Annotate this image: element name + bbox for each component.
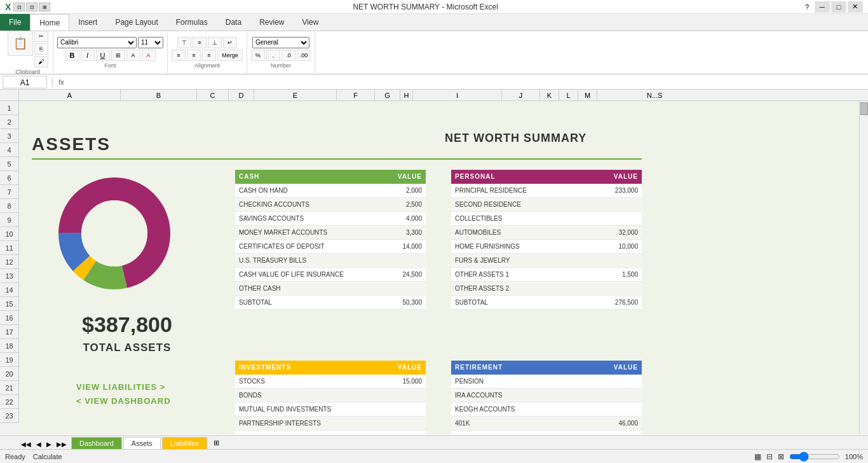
col-header-a: A [19,90,121,100]
vertical-scrollbar[interactable] [859,101,868,434]
cell-value: 276,500 [604,299,642,306]
copy-button[interactable]: ⎘ [34,43,48,55]
align-center-button[interactable]: ≡ [187,50,201,61]
cell-label: IRA ACCOUNTS [451,392,604,399]
table-row: CASH VALUE OF LIFE INSURANCE24,500 [235,268,426,282]
formula-input[interactable] [68,76,865,88]
investments-header-value: VALUE [388,361,426,375]
fill-color-button[interactable]: A [126,50,140,61]
cell-value: 233,000 [604,187,642,194]
table-row: CERTIFICATES OF DEPOSIT14,000 [235,240,426,254]
table-row: KEOGH ACCOUNTS [451,403,642,417]
total-amount: $387,800 [44,312,210,337]
tab-review[interactable]: Review [250,14,293,31]
align-right-button[interactable]: ≡ [202,50,216,61]
underline-button[interactable]: U [96,50,110,61]
table-row: MONEY MARKET ACCOUNTS3,300 [235,226,426,240]
name-box[interactable]: A1 [3,76,47,88]
col-header-k: K [540,90,559,100]
nav-left-button[interactable]: ◀◀ [19,439,33,449]
nav-right-button[interactable]: ▶▶ [55,439,69,449]
cut-button[interactable]: ✂ [34,31,48,42]
cell-value: 32,000 [604,229,642,236]
normal-view-button[interactable]: ▦ [754,452,761,461]
merge-button[interactable]: Merge [217,50,243,61]
cell-value: 46,000 [604,420,642,427]
tab-data[interactable]: Data [217,14,250,31]
view-liabilities-link[interactable]: VIEW LIABILITIES > [76,382,165,392]
donut-chart [51,170,178,297]
help-button[interactable]: ? [801,1,813,13]
cell-value: 50,300 [388,299,426,306]
cell-label: CASH VALUE OF LIFE INSURANCE [235,271,388,278]
page-break-view-button[interactable]: ⊠ [778,452,784,461]
zoom-level: 100% [845,453,863,460]
font-color-button[interactable]: A [142,50,156,61]
table-row: SECOND RESIDENCE [451,198,642,212]
bold-button[interactable]: B [65,50,79,61]
decrease-decimal-button[interactable]: .00 [297,50,311,61]
col-header-rest: N...S [597,90,712,100]
wrap-text-button[interactable]: ↵ [223,37,237,48]
cell-label: CHECKING ACCOUNTS [235,201,388,208]
cell-label: SUBTOTAL [451,299,604,306]
align-top-button[interactable]: ⊤ [177,37,191,48]
table-row: FURS & JEWELRY [451,254,642,268]
close-button[interactable]: ✕ [848,1,863,13]
page-layout-view-button[interactable]: ⊟ [766,452,773,461]
col-header-d: D [229,90,254,100]
view-dashboard-link[interactable]: < VIEW DASHBOARD [76,396,171,406]
italic-button[interactable]: I [81,50,95,61]
tab-formulas[interactable]: Formulas [167,14,217,31]
nav-next-button[interactable]: ▶ [44,439,53,449]
cell-label: OTHER INVESTMENTS 1 [235,434,388,434]
format-painter-button[interactable]: 🖌 [34,56,48,67]
cell-label: U.S. TREASURY BILLS [235,257,388,264]
personal-table: PERSONAL VALUE PRINCIPAL RESIDENCE233,00… [451,170,642,310]
paste-button[interactable]: 📋 [8,31,33,56]
status-calculate: Calculate [33,453,62,460]
border-button[interactable]: ⊞ [111,50,125,61]
cell-label: CASH ON HAND [235,187,388,194]
nav-prev-button[interactable]: ◀ [34,439,43,449]
table-row: SUBTOTAL50,300 [235,296,426,310]
cell-value: 3,300 [388,229,426,236]
cell-label: OTHER ASSETS 1 [451,271,604,278]
number-format-select[interactable]: General [252,37,309,48]
cell-label: AUTOMOBILES [451,229,604,236]
tab-view[interactable]: View [294,14,328,31]
minimize-button[interactable]: ─ [815,1,830,13]
cell-label: STOCKS [235,378,388,385]
font-family-select[interactable]: Calibri [57,37,137,48]
table-row: PARTNERSHIP INTERESTS [235,417,426,431]
restore-button[interactable]: □ [831,1,846,13]
align-left-button[interactable]: ≡ [172,50,186,61]
cash-header-value: VALUE [388,170,426,184]
tab-dashboard[interactable]: Dashboard [71,437,122,449]
tab-liabilities[interactable]: Liabilities [162,437,207,449]
add-sheet-button[interactable]: ⊞ [208,437,224,449]
comma-button[interactable]: , [266,50,280,61]
increase-decimal-button[interactable]: .0 [281,50,295,61]
row-numbers: 1 2 3 4 5 6 7 8 9 10 11 12 13 14 15 16 1… [0,101,19,434]
svg-point-4 [81,200,147,266]
tab-home[interactable]: Home [30,14,69,31]
personal-header-value: VALUE [604,170,642,184]
tab-assets[interactable]: Assets [123,437,161,449]
zoom-slider[interactable] [789,452,840,461]
cell-value: 14,000 [388,243,426,250]
cell-label: SECOND RESIDENCE [451,201,604,208]
tab-page-layout[interactable]: Page Layout [106,14,166,31]
cell-label: 401K [451,420,604,427]
percent-button[interactable]: % [251,50,265,61]
align-middle-button[interactable]: ≡ [193,37,207,48]
tab-file[interactable]: File [0,14,30,31]
function-wizard-button[interactable]: fx [57,78,65,86]
align-bottom-button[interactable]: ⊥ [208,37,222,48]
font-size-select[interactable]: 11 [138,37,163,48]
tab-insert[interactable]: Insert [69,14,106,31]
investments-table: INVESTMENTS VALUE STOCKS15,000BONDSMUTUA… [235,361,426,434]
table-row: OTHER INVESTMENTS 1 [235,431,426,434]
table-row: SAVINGS ACCOUNTS4,000 [235,212,426,226]
table-row: U.S. TREASURY BILLS [235,254,426,268]
